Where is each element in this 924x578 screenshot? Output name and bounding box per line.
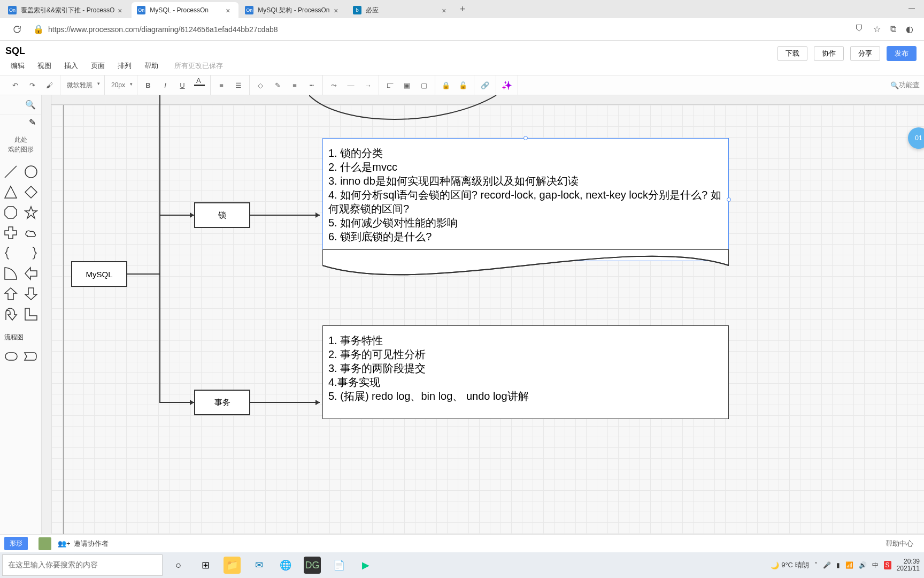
windows-search-input[interactable]: 在这里输入你要搜索的内容 xyxy=(2,554,163,576)
list-button[interactable]: ☰ xyxy=(232,79,245,92)
ime-icon[interactable]: 中 xyxy=(872,561,879,570)
chevron-up-icon[interactable]: ˄ xyxy=(814,561,818,569)
corner-shape-icon[interactable] xyxy=(24,307,38,321)
sector-shape-icon[interactable] xyxy=(4,267,18,280)
wifi-icon[interactable]: 📶 xyxy=(845,561,853,569)
volume-icon[interactable]: 🔊 xyxy=(859,561,867,569)
line-arrow-button[interactable]: — xyxy=(344,79,357,92)
line-shape-icon[interactable] xyxy=(4,165,18,179)
clock[interactable]: 20:39 2021/11 xyxy=(897,558,920,572)
bracket-right-icon[interactable] xyxy=(24,246,38,260)
share-button[interactable]: 分享 xyxy=(850,46,880,61)
browser-tab[interactable]: On MySQL架构 - ProcessOn × xyxy=(240,2,346,18)
menu-page[interactable]: 页面 xyxy=(84,61,111,71)
minimize-button[interactable]: — xyxy=(899,0,924,17)
browser-tab-active[interactable]: On MySQL - ProcessOn × xyxy=(132,2,238,18)
weather-widget[interactable]: 🌙 9°C 晴朗 xyxy=(771,560,808,570)
favorite-icon[interactable]: ☆ xyxy=(873,24,881,34)
datagrip-icon[interactable]: DG xyxy=(304,557,321,574)
bold-button[interactable]: B xyxy=(142,79,155,92)
menu-help[interactable]: 帮助 xyxy=(138,61,165,71)
battery-icon[interactable]: ▮ xyxy=(836,561,840,569)
close-icon[interactable]: × xyxy=(442,6,449,14)
publish-button[interactable]: 发布 xyxy=(887,46,917,61)
bracket-left-icon[interactable] xyxy=(4,246,18,260)
textbox-tx-topics[interactable]: 1. 事务特性 2. 事务的可见性分析 3. 事务的两阶段提交 4.事务实现 5… xyxy=(322,325,729,419)
redo-button[interactable]: ↷ xyxy=(26,79,38,92)
reload-button[interactable] xyxy=(9,21,26,38)
user-avatar[interactable] xyxy=(38,537,51,550)
lock-button[interactable]: 🔒 xyxy=(440,79,452,92)
browser-tab[interactable]: b 必应 × xyxy=(348,2,455,18)
line-color-button[interactable]: ✎ xyxy=(271,79,284,92)
collab-button[interactable]: 协作 xyxy=(814,46,844,61)
notepad-icon[interactable]: 📄 xyxy=(330,557,348,574)
text-color-button[interactable] xyxy=(193,79,206,92)
triangle-shape-icon[interactable] xyxy=(4,185,18,199)
explorer-icon[interactable]: 📁 xyxy=(224,557,241,574)
media-icon[interactable]: ▶ xyxy=(357,557,374,574)
panel-edit-icon[interactable]: ✎ xyxy=(29,117,36,127)
line-end-button[interactable]: → xyxy=(361,79,374,92)
display-shape-icon[interactable] xyxy=(24,349,37,363)
arrow-up-shape-icon[interactable] xyxy=(4,287,18,301)
star-shape-icon[interactable] xyxy=(24,206,38,219)
mail-icon[interactable]: ✉ xyxy=(250,557,267,574)
octagon-shape-icon[interactable] xyxy=(4,206,18,219)
font-family-select[interactable]: 微软雅黑 xyxy=(65,80,100,91)
underline-button[interactable]: U xyxy=(176,79,189,92)
node-lock[interactable]: 锁 xyxy=(194,202,250,228)
circle-shape-icon[interactable] xyxy=(24,165,38,179)
shapes-button[interactable]: 形形 xyxy=(4,537,28,550)
format-painter-button[interactable]: 🖌 xyxy=(43,79,56,92)
node-transaction[interactable]: 事务 xyxy=(194,390,250,415)
arrow-down-shape-icon[interactable] xyxy=(24,287,38,301)
menu-view[interactable]: 视图 xyxy=(31,61,58,71)
magic-button[interactable]: ✨ xyxy=(500,79,513,92)
canvas[interactable]: MySQL 锁 事务 1. 锁的分类 2. 什么是mvcc 3. inno db… xyxy=(42,95,924,551)
bring-front-button[interactable]: ▣ xyxy=(401,79,413,92)
fill-color-button[interactable]: ◇ xyxy=(254,79,267,92)
terminator-shape-icon[interactable] xyxy=(4,349,18,363)
edge-icon[interactable]: 🌐 xyxy=(277,557,294,574)
align-left-button[interactable]: ⫍ xyxy=(383,79,396,92)
cross-shape-icon[interactable] xyxy=(4,226,18,240)
arrow-left-shape-icon[interactable] xyxy=(24,267,38,280)
cloud-shape-icon[interactable] xyxy=(24,226,38,240)
diamond-shape-icon[interactable] xyxy=(24,185,38,199)
send-back-button[interactable]: ▢ xyxy=(418,79,430,92)
toolbar-search[interactable]: 🔍 功能查 xyxy=(890,80,920,90)
unlock-button[interactable]: 🔓 xyxy=(457,79,469,92)
sogou-icon[interactable]: S xyxy=(884,561,891,569)
url-text[interactable]: https://www.processon.com/diagraming/612… xyxy=(48,25,855,34)
new-tab-button[interactable]: + xyxy=(455,2,470,17)
selection-handle[interactable] xyxy=(523,136,528,140)
italic-button[interactable]: I xyxy=(159,79,172,92)
selection-handle[interactable] xyxy=(727,197,731,202)
close-icon[interactable]: × xyxy=(334,6,341,14)
help-center-link[interactable]: 帮助中心 xyxy=(886,539,920,549)
task-view-icon[interactable]: ⊞ xyxy=(197,557,214,574)
invite-button[interactable]: 👥+ 邀请协作者 xyxy=(58,539,109,549)
node-mysql[interactable]: MySQL xyxy=(71,261,127,287)
align-button[interactable]: ≡ xyxy=(215,79,228,92)
connector-type-button[interactable]: ⤳ xyxy=(327,79,340,92)
doc-title[interactable]: SQL xyxy=(3,45,25,57)
menu-arrange[interactable]: 排列 xyxy=(111,61,138,71)
download-button[interactable]: 下载 xyxy=(777,46,807,61)
panel-search-icon[interactable]: 🔍 xyxy=(25,100,36,110)
font-size-select[interactable]: 20px xyxy=(109,80,133,90)
collections-icon[interactable]: ⧉ xyxy=(890,24,896,34)
menu-insert[interactable]: 插入 xyxy=(58,61,84,71)
line-width-button[interactable]: ≡ xyxy=(288,79,301,92)
menu-edit[interactable]: 编辑 xyxy=(4,61,31,71)
close-icon[interactable]: × xyxy=(226,6,233,14)
uturn-shape-icon[interactable] xyxy=(4,307,18,321)
microphone-icon[interactable]: 🎤 xyxy=(823,561,831,569)
cortana-icon[interactable]: ○ xyxy=(170,557,187,574)
profile-icon[interactable]: ◐ xyxy=(906,24,913,34)
browser-tab[interactable]: On 覆盖索引&&索引下推 - ProcessO × xyxy=(3,2,130,18)
link-button[interactable]: 🔗 xyxy=(479,79,491,92)
reading-list-icon[interactable]: ⛉ xyxy=(855,24,864,34)
close-icon[interactable]: × xyxy=(118,6,125,14)
